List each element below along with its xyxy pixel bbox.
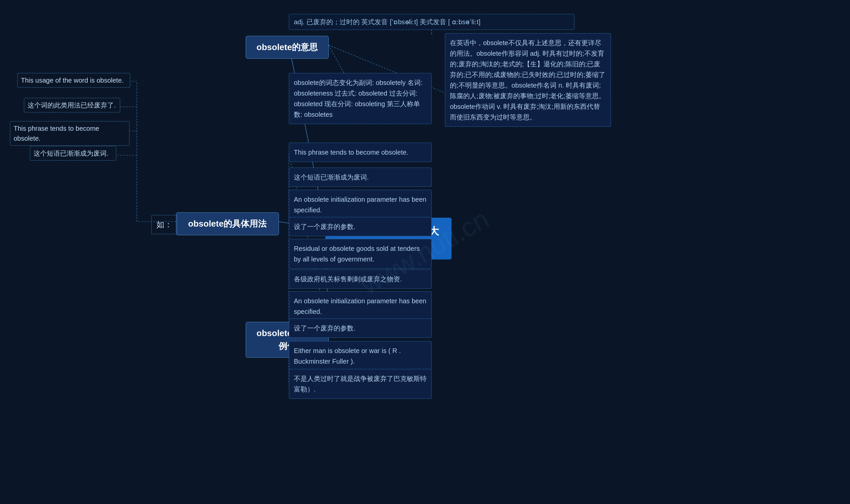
juti-label-3: This phrase tends to become obsolete. xyxy=(10,121,129,146)
juti-label-2: 这个词的此类用法已经废弃了. xyxy=(24,98,120,112)
juti-label-4: 这个短语已渐渐成为废词. xyxy=(30,146,116,161)
yisi-box-1: obsolete的词态变化为副词: obsoletely 名词: obsolet… xyxy=(289,73,432,124)
liju-box-1: This phrase tends to become obsolete. xyxy=(289,143,432,162)
pronunciation-box: adj. 已废弃的；过时的 英式发音 [ˈɒbsəliːt] 美式发音 [ ɑː… xyxy=(289,14,574,30)
liju-box-8: 设了一个废弃的参数. xyxy=(289,319,432,338)
liju-box-7: An obsolete initialization parameter has… xyxy=(289,291,432,321)
mindmap-container: adj. 已废弃的；过时的 英式发音 [ˈɒbsəliːt] 美式发音 [ ɑː… xyxy=(0,0,850,504)
liju-box-5: Residual or obsolete goods sold at tende… xyxy=(289,239,432,269)
juti-label-1: This usage of the word is obsolete. xyxy=(17,73,130,88)
liju-box-6: 各级政府机关标售剩刺或废弃之物资. xyxy=(289,269,432,289)
liju-box-10: 不是人类过时了就是战争被废弃了巴克敏斯特富勒）. xyxy=(289,369,432,399)
mid-node-juti: obsolete的具体用法 xyxy=(176,212,279,235)
yisi-box-2: 在英语中，obsolete不仅具有上述意思，还有更详尽的用法。obsolete作… xyxy=(445,33,611,127)
liju-box-9: Either man is obsolete or war is ( R . B… xyxy=(289,341,432,371)
mid-node-yisi: obsolete的意思 xyxy=(246,36,329,59)
ruli-label: 如： xyxy=(151,215,177,234)
liju-box-4: 设了一个废弃的参数. xyxy=(289,217,432,236)
liju-box-3: An obsolete initialization parameter has… xyxy=(289,190,432,220)
liju-box-2: 这个短语已渐渐成为废词. xyxy=(289,167,432,187)
